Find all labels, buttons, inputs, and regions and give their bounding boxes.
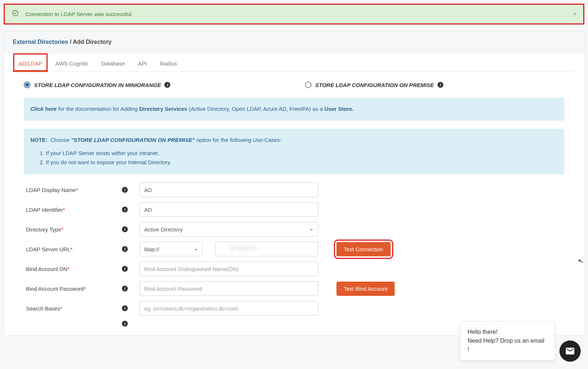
tab-awscognito[interactable]: AWS Cognito	[49, 53, 94, 72]
close-icon[interactable]: ×	[573, 10, 577, 18]
success-alert: Connection to LDAP Server was successful…	[4, 4, 584, 25]
info-icon[interactable]: i	[122, 207, 128, 212]
check-circle-icon	[12, 10, 19, 18]
directory-type-select[interactable]: Active Directory	[139, 222, 318, 237]
breadcrumb-sep: /	[70, 39, 71, 45]
info-icon[interactable]: i	[164, 82, 170, 88]
note-case-2: If you do not want to expose your Intern…	[46, 158, 558, 167]
note-infobox: NOTE: Choose "STORE LDAP CONFIGURATION O…	[24, 129, 564, 175]
test-bind-button[interactable]: Test Bind Account	[336, 282, 395, 296]
info-icon[interactable]: i	[122, 226, 128, 232]
info-icon[interactable]: i	[122, 321, 128, 327]
breadcrumb-parent[interactable]: External Directories	[13, 39, 68, 45]
display-name-input[interactable]	[139, 182, 318, 197]
info-icon[interactable]: i	[122, 187, 128, 193]
click-here-link[interactable]: Click here	[30, 106, 57, 112]
bind-dn-label: Bind Account DN	[26, 266, 67, 272]
doc-infobox: Click here for the documentation for Add…	[24, 98, 564, 121]
radio-onprem[interactable]: STORE LDAP CONFIGURATION ON PREMISE i	[305, 82, 564, 88]
server-host-input[interactable]	[215, 242, 318, 256]
chat-bubble: Hello there! Need Help? Drop us an email…	[460, 321, 555, 336]
protocol-select[interactable]: ldap://	[139, 242, 202, 256]
radio-miniorange-label: STORE LDAP CONFIGURATION IN MINIORANGE	[34, 82, 161, 88]
info-icon[interactable]: i	[122, 266, 128, 272]
bind-pw-input[interactable]	[139, 281, 318, 296]
chat-line1: Hello there!	[468, 328, 547, 336]
test-connection-button[interactable]: Test Connection	[336, 242, 391, 256]
config-location-radios: STORE LDAP CONFIGURATION IN MINIORANGE i…	[24, 82, 564, 88]
tab-bar: AD/LDAP AWS Cognito Database API Radius	[13, 53, 575, 72]
search-bases-input[interactable]	[139, 301, 318, 316]
bind-dn-input[interactable]	[139, 261, 318, 276]
radio-onprem-label: STORE LDAP CONFIGURATION ON PREMISE	[315, 82, 434, 88]
info-icon[interactable]: i	[122, 305, 128, 311]
note-case-1: If your LDAP Server exists within your i…	[46, 149, 558, 158]
note-label: NOTE:	[30, 137, 48, 143]
tab-adldap[interactable]: AD/LDAP	[13, 53, 48, 72]
breadcrumb: External Directories / Add Directory	[4, 31, 584, 53]
breadcrumb-current: Add Directory	[73, 39, 112, 45]
tab-database[interactable]: Database	[96, 53, 131, 72]
tab-radius[interactable]: Radius	[154, 53, 183, 72]
server-url-label: LDAP Server URL	[26, 246, 70, 252]
identifier-label: LDAP Identifier	[26, 207, 63, 213]
identifier-input[interactable]	[139, 202, 318, 217]
info-icon[interactable]: i	[438, 82, 443, 88]
directory-type-label: Directory Type	[26, 226, 61, 233]
main-card: External Directories / Add Directory AD/…	[4, 31, 584, 336]
radio-miniorange[interactable]: STORE LDAP CONFIGURATION IN MINIORANGE i	[24, 82, 283, 88]
info-icon[interactable]: i	[122, 246, 128, 252]
display-name-label: LDAP Display Name	[26, 187, 76, 193]
tab-api[interactable]: API	[132, 53, 153, 72]
alert-message: Connection to LDAP Server was successful…	[25, 11, 133, 17]
info-icon[interactable]: i	[122, 286, 128, 291]
bind-pw-label: Bind Account Password	[26, 286, 84, 292]
search-bases-label: Search Bases	[26, 305, 60, 312]
